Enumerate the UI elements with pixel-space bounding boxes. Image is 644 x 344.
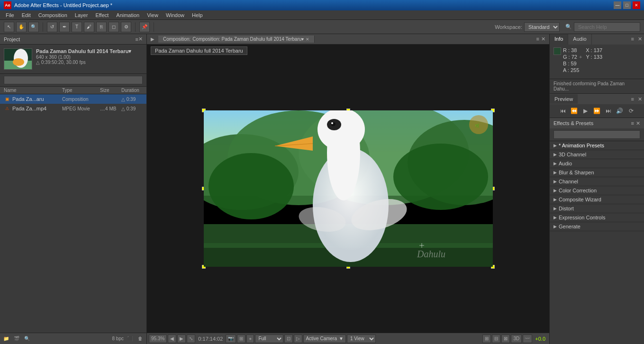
info-panel-close[interactable]: ✕ [636, 34, 644, 45]
preview-play[interactable]: ▶ [581, 106, 590, 116]
comp-prev-frame[interactable]: ◀ [168, 335, 176, 343]
pen-tool[interactable]: ✒ [59, 22, 70, 32]
category-expression-controls[interactable]: ▶ Expression Controls [550, 213, 644, 222]
preview-audio[interactable]: 🔊 [615, 106, 625, 116]
text-tool[interactable]: T [72, 22, 82, 32]
arrow-icon: ▶ [553, 188, 557, 193]
preview-next-frame[interactable]: ⏩ [592, 106, 602, 116]
comp-quality-select[interactable]: Full Half Quarter [255, 335, 283, 343]
category-animation-presets[interactable]: ▶ * Animation Presets [550, 141, 644, 150]
comp-fast-preview[interactable]: ▷ [294, 335, 302, 343]
tab-audio[interactable]: Audio [568, 34, 591, 45]
composition-canvas[interactable]: Dahulu 🌿 [204, 110, 493, 267]
menu-layer[interactable]: Layer [71, 11, 92, 19]
preview-panel: Preview ≡ ✕ ⏮ ⏪ ▶ ⏩ ⏭ 🔊 ⟳ [550, 94, 644, 118]
effects-search-input[interactable] [553, 130, 640, 139]
tab-info[interactable]: Info [550, 34, 568, 45]
preview-last-frame[interactable]: ⏭ [604, 106, 613, 116]
category-blur-sharpen[interactable]: ▶ Blur & Sharpen [550, 168, 644, 177]
color-mode-btn[interactable]: ⬛ [126, 335, 134, 343]
comp-next-frame[interactable]: ▶ [177, 335, 186, 343]
comp-3d-btn[interactable]: 3D [511, 335, 522, 343]
new-folder-btn[interactable]: 📁 [2, 335, 10, 343]
rotate-tool[interactable]: ↺ [47, 22, 57, 32]
project-panel-header: Project ≡ ✕ [0, 34, 146, 45]
roto-tool[interactable]: ⚙ [121, 22, 131, 32]
project-item-movie[interactable]: ⚠ Pada Za...mp4 MPEG Movie ....4 MB △ 0:… [0, 104, 146, 113]
category-composite-wizard[interactable]: ▶ Composite Wizard [550, 195, 644, 204]
menu-help[interactable]: Help [188, 11, 207, 19]
category-color-correction[interactable]: ▶ Color Correction [550, 186, 644, 195]
eraser-tool[interactable]: ◻ [109, 22, 119, 32]
project-item-composition[interactable]: ▣ Pada Za...aru Composition △ 0:39 [0, 94, 146, 104]
preview-first-frame[interactable]: ⏮ [558, 106, 568, 116]
comp-header-menu[interactable]: ≡ [536, 36, 539, 42]
comp-warp-btn[interactable]: 〰 [523, 335, 532, 343]
comp-zoom-btn[interactable]: 95.3% [149, 335, 167, 343]
brush-tool[interactable]: 🖌 [84, 22, 94, 32]
active-camera-dropdown[interactable]: ▼ [339, 336, 344, 341]
bpc-label: 8 bpc [112, 336, 124, 341]
composition-toolbar: 95.3% ◀ ▶ ⤡ 0:17:14:02 📷 ⊞ ● Full Half Q… [147, 333, 549, 344]
arrow-icon: ▶ [553, 197, 557, 202]
selection-tool[interactable]: ↖ [4, 22, 14, 32]
video-content-svg: Dahulu 🌿 [204, 110, 493, 267]
info-b-value: B : 59 [563, 61, 602, 66]
menu-animation[interactable]: Animation [112, 11, 143, 19]
comp-channel-btn[interactable]: ● [246, 335, 254, 343]
comp-res-btn[interactable]: ⊡ [284, 335, 293, 343]
comp-header-close[interactable]: ✕ [541, 36, 545, 42]
info-panel-menu[interactable]: ≡ [629, 34, 636, 45]
category-label: Distort [559, 206, 574, 211]
menu-composition[interactable]: Composition [35, 11, 71, 19]
col-name: Name [4, 88, 55, 93]
tab-preview[interactable]: Preview [550, 94, 578, 104]
composition-tab[interactable]: Composition: Composition: Pada Zaman Dah… [158, 36, 315, 43]
project-comp-name: Pada Zaman Dahulu full 2014 Terbaru▾ [36, 48, 131, 54]
project-panel-close[interactable]: ✕ [138, 36, 143, 42]
comp-flow-btn[interactable]: ⊠ [501, 335, 510, 343]
puppet-tool[interactable]: 📌 [139, 22, 150, 32]
category-channel[interactable]: ▶ Channel [550, 177, 644, 186]
preview-loop[interactable]: ⟳ [626, 106, 636, 116]
comp-transform-btn[interactable]: ⤡ [187, 335, 195, 343]
view-select[interactable]: 1 View 2 Views 4 Views [347, 335, 376, 343]
effects-panel-close[interactable]: ✕ [636, 120, 640, 127]
menu-window[interactable]: Window [162, 11, 188, 19]
menu-file[interactable]: File [2, 11, 18, 19]
menu-effect[interactable]: Effect [91, 11, 112, 19]
new-comp-btn[interactable]: 🎬 [12, 335, 21, 343]
hand-tool[interactable]: ✋ [16, 22, 27, 32]
preview-prev-frame[interactable]: ⏪ [570, 106, 579, 116]
category-distort[interactable]: ▶ Distort [550, 204, 644, 213]
comp-camera-btn[interactable]: 📷 [226, 335, 236, 343]
close-button[interactable]: ✕ [633, 1, 640, 9]
minimize-button[interactable]: — [614, 1, 621, 9]
effects-panel-menu[interactable]: ≡ [631, 120, 634, 126]
workspace-select[interactable]: Standard [524, 22, 560, 32]
preview-panel-menu[interactable]: ≡ [629, 94, 636, 104]
svg-point-9 [209, 153, 294, 219]
menu-edit[interactable]: Edit [18, 11, 35, 19]
menu-view[interactable]: View [143, 11, 162, 19]
project-thumb-image [4, 49, 32, 69]
category-3d-channel[interactable]: ▶ 3D Channel [550, 150, 644, 159]
category-generate[interactable]: ▶ Generate [550, 222, 644, 231]
comp-transparency-btn[interactable]: ⊟ [492, 335, 500, 343]
comp-grid-btn[interactable]: ⊞ [237, 335, 245, 343]
category-label: 3D Channel [559, 152, 586, 157]
comp-region-btn[interactable]: ⊞ [482, 335, 491, 343]
maximize-button[interactable]: □ [623, 1, 631, 9]
preview-panel-close[interactable]: ✕ [636, 94, 644, 104]
info-g-value: G : 72 [563, 54, 577, 60]
movie-icon: ⚠ [4, 105, 10, 112]
project-search-input[interactable] [4, 76, 143, 84]
clone-tool[interactable]: ⎘ [96, 22, 107, 32]
zoom-tool[interactable]: 🔍 [28, 22, 39, 32]
find-btn[interactable]: 🔍 [23, 335, 31, 343]
category-audio[interactable]: ▶ Audio [550, 159, 644, 168]
project-info: Pada Zaman Dahulu full 2014 Terbaru▾ 640… [36, 48, 131, 70]
comp-header-close[interactable]: ✕ [306, 37, 309, 42]
delete-btn[interactable]: 🗑 [136, 335, 145, 343]
search-help-input[interactable] [574, 22, 640, 32]
